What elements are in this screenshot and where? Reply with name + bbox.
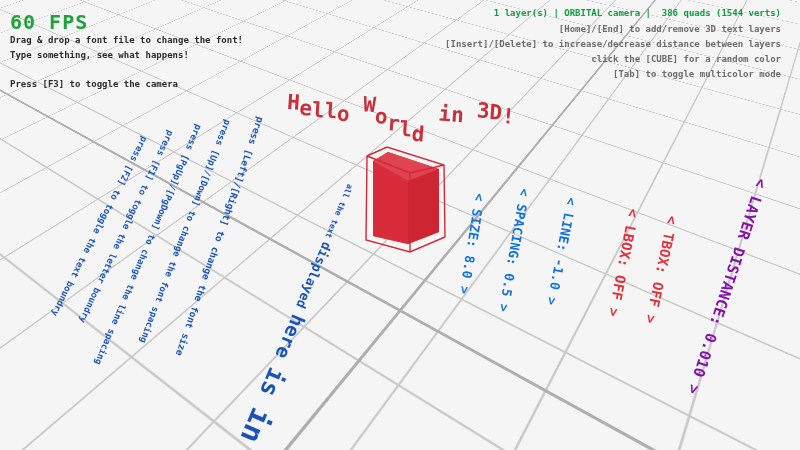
wavy-letter: ! (501, 104, 515, 129)
tip-toggle-camera: Press [F3] to toggle the camera (10, 79, 178, 89)
help-cube-color: click the [CUBE] for a random color (591, 54, 781, 64)
ground-main-text-part: here (267, 312, 310, 373)
tip-drag-drop: Drag & drop a font file to change the fo… (10, 35, 243, 45)
wavy-letter: o (336, 102, 350, 127)
help-multicolor: [Tab] to toggle multicolor mode (613, 69, 781, 79)
fps-counter: 60 FPS (10, 10, 88, 34)
ground-main-text-part: displayed (290, 240, 334, 318)
wavy-letter (463, 102, 477, 127)
help-layers: [Home]/[End] to add/remove 3D text layer… (559, 24, 781, 34)
tip-type-something: Type something, see what happens! (10, 50, 189, 60)
status-line: 1 layer(s) | ORBITAL camera | 386 quads … (494, 8, 781, 18)
wavy-letter: d (411, 122, 425, 147)
text3d-demo-window: press [F2] to toggle the text boundry pr… (0, 0, 800, 450)
help-layer-distance: [Insert]/[Delete] to increase/decrease d… (445, 39, 781, 49)
ground-main-text-part: all the text (322, 183, 355, 244)
cube-right-face[interactable] (408, 169, 439, 244)
